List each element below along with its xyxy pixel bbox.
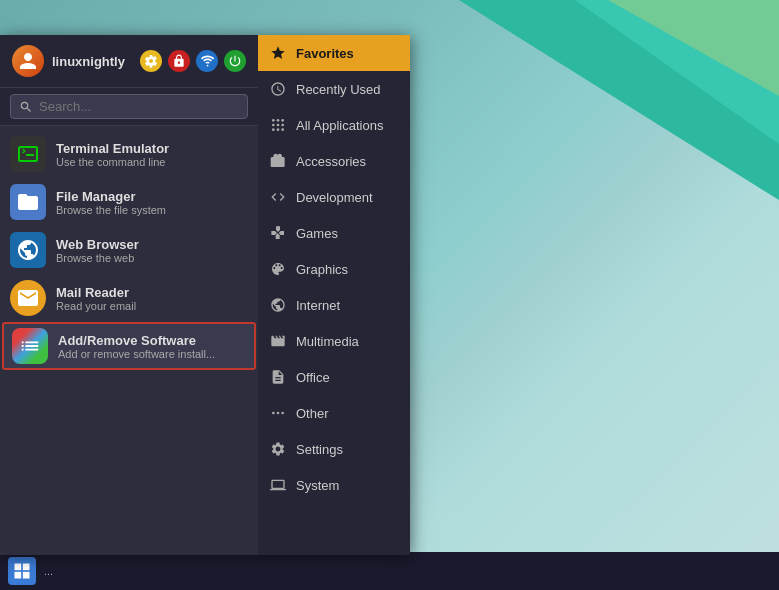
settings-icon: [268, 439, 288, 459]
svg-rect-14: [15, 572, 22, 579]
category-recently-used-label: Recently Used: [296, 82, 381, 97]
app-name-mail: Mail Reader: [56, 285, 136, 300]
category-other-label: Other: [296, 406, 329, 421]
app-name-terminal: Terminal Emulator: [56, 141, 169, 156]
category-multimedia-label: Multimedia: [296, 334, 359, 349]
app-item-terminal[interactable]: Terminal Emulator Use the command line: [0, 130, 258, 178]
category-all-apps[interactable]: All Applications: [258, 107, 410, 143]
taskbar-start-button[interactable]: [8, 557, 36, 585]
category-accessories-label: Accessories: [296, 154, 366, 169]
category-accessories[interactable]: Accessories: [258, 143, 410, 179]
category-graphics-label: Graphics: [296, 262, 348, 277]
svg-rect-12: [15, 564, 22, 571]
svg-point-8: [281, 128, 284, 131]
lock-header-icon[interactable]: [168, 50, 190, 72]
apps-list: Terminal Emulator Use the command line F…: [0, 126, 258, 555]
app-desc-terminal: Use the command line: [56, 156, 169, 168]
category-multimedia[interactable]: Multimedia: [258, 323, 410, 359]
search-icon: [19, 100, 33, 114]
svg-rect-15: [23, 572, 30, 579]
app-info-mail: Mail Reader Read your email: [56, 285, 136, 312]
application-menu: linuxnightly: [0, 35, 410, 555]
accessories-icon: [268, 151, 288, 171]
app-name-software: Add/Remove Software: [58, 333, 215, 348]
svg-point-11: [281, 412, 284, 415]
svg-rect-13: [23, 564, 30, 571]
svg-point-1: [277, 119, 280, 122]
category-all-apps-label: All Applications: [296, 118, 383, 133]
left-panel: linuxnightly: [0, 35, 258, 555]
category-settings-label: Settings: [296, 442, 343, 457]
category-games-label: Games: [296, 226, 338, 241]
app-info-browser: Web Browser Browse the web: [56, 237, 139, 264]
code-icon: [268, 187, 288, 207]
star-icon: [268, 43, 288, 63]
svg-point-9: [272, 412, 275, 415]
office-icon: [268, 367, 288, 387]
app-desc-mail: Read your email: [56, 300, 136, 312]
app-item-mail[interactable]: Mail Reader Read your email: [0, 274, 258, 322]
taskbar-app-label: ...: [44, 565, 53, 577]
username: linuxnightly: [52, 54, 132, 69]
system-icon: [268, 475, 288, 495]
svg-point-6: [272, 128, 275, 131]
user-header: linuxnightly: [0, 35, 258, 88]
settings-header-icon[interactable]: [140, 50, 162, 72]
category-office[interactable]: Office: [258, 359, 410, 395]
svg-point-4: [277, 124, 280, 127]
multimedia-icon: [268, 331, 288, 351]
graphics-icon: [268, 259, 288, 279]
category-office-label: Office: [296, 370, 330, 385]
category-internet-label: Internet: [296, 298, 340, 313]
app-item-browser[interactable]: Web Browser Browse the web: [0, 226, 258, 274]
category-internet[interactable]: Internet: [258, 287, 410, 323]
search-bar: [0, 88, 258, 126]
category-favorites-label: Favorites: [296, 46, 354, 61]
category-graphics[interactable]: Graphics: [258, 251, 410, 287]
svg-point-3: [272, 124, 275, 127]
app-info-filemanager: File Manager Browse the file system: [56, 189, 166, 216]
taskbar: ...: [0, 552, 779, 590]
app-name-filemanager: File Manager: [56, 189, 166, 204]
grid-icon: [268, 115, 288, 135]
app-item-filemanager[interactable]: File Manager Browse the file system: [0, 178, 258, 226]
svg-point-0: [272, 119, 275, 122]
category-system-label: System: [296, 478, 339, 493]
app-desc-software: Add or remove software install...: [58, 348, 215, 360]
svg-point-10: [277, 412, 280, 415]
search-input-wrap[interactable]: [10, 94, 248, 119]
filemanager-icon: [10, 184, 46, 220]
internet-icon: [268, 295, 288, 315]
category-settings[interactable]: Settings: [258, 431, 410, 467]
gamepad-icon: [268, 223, 288, 243]
avatar: [12, 45, 44, 77]
header-icon-group: [140, 50, 246, 72]
svg-point-7: [277, 128, 280, 131]
software-icon: [12, 328, 48, 364]
app-name-browser: Web Browser: [56, 237, 139, 252]
category-development[interactable]: Development: [258, 179, 410, 215]
app-item-software[interactable]: Add/Remove Software Add or remove softwa…: [2, 322, 256, 370]
category-games[interactable]: Games: [258, 215, 410, 251]
svg-point-2: [281, 119, 284, 122]
svg-point-5: [281, 124, 284, 127]
app-desc-browser: Browse the web: [56, 252, 139, 264]
power-header-icon[interactable]: [224, 50, 246, 72]
network-header-icon[interactable]: [196, 50, 218, 72]
terminal-icon: [10, 136, 46, 172]
category-system[interactable]: System: [258, 467, 410, 503]
category-development-label: Development: [296, 190, 373, 205]
browser-icon: [10, 232, 46, 268]
right-panel-categories: Favorites Recently Used All Applications…: [258, 35, 410, 555]
search-input[interactable]: [39, 99, 239, 114]
app-info-software: Add/Remove Software Add or remove softwa…: [58, 333, 215, 360]
app-info-terminal: Terminal Emulator Use the command line: [56, 141, 169, 168]
other-icon: [268, 403, 288, 423]
clock-icon: [268, 79, 288, 99]
category-other[interactable]: Other: [258, 395, 410, 431]
mail-icon: [10, 280, 46, 316]
category-favorites[interactable]: Favorites: [258, 35, 410, 71]
app-desc-filemanager: Browse the file system: [56, 204, 166, 216]
category-recently-used[interactable]: Recently Used: [258, 71, 410, 107]
